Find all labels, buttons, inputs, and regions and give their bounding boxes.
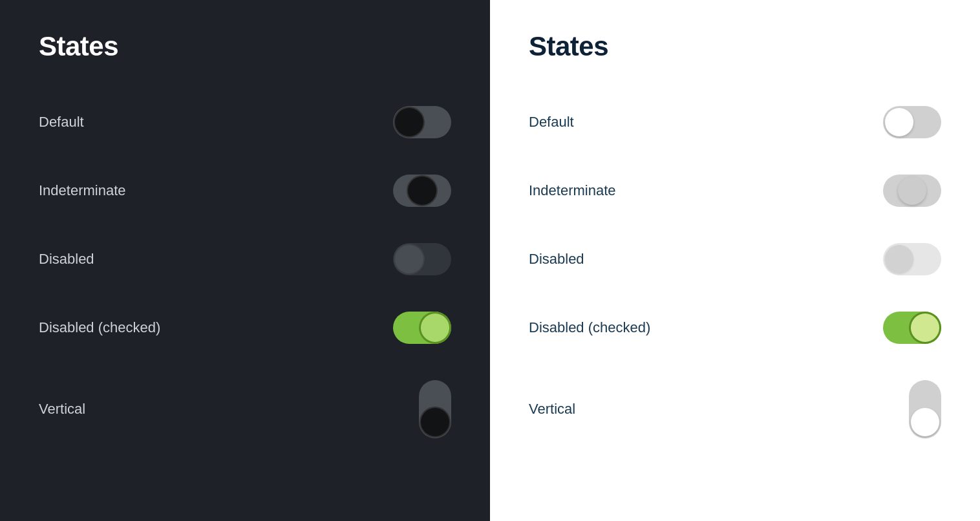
toggle-wrapper-indeterminate-light[interactable] bbox=[883, 175, 941, 207]
state-label-indeterminate-dark: Indeterminate bbox=[39, 182, 126, 199]
state-label-disabled-dark: Disabled bbox=[39, 251, 94, 268]
state-row-disabled-light: Disabled bbox=[529, 225, 941, 293]
toggle-wrapper-default-dark[interactable] bbox=[393, 106, 451, 138]
toggle-knob-disabled-checked-light bbox=[911, 314, 939, 342]
toggle-knob-default-light bbox=[885, 108, 913, 136]
toggle-knob-disabled-checked-dark bbox=[421, 314, 449, 342]
toggle-knob-indeterminate-light bbox=[898, 176, 926, 205]
toggle-knob-indeterminate-dark bbox=[408, 176, 436, 205]
toggle-knob-vertical-light bbox=[911, 408, 939, 436]
state-label-disabled-light: Disabled bbox=[529, 251, 584, 268]
toggle-knob-vertical-dark bbox=[421, 408, 449, 436]
toggle-wrapper-default-light[interactable] bbox=[883, 106, 941, 138]
light-states-list: Default Indeterminate Disabled bbox=[529, 88, 941, 456]
toggle-wrapper-disabled-checked-light bbox=[883, 312, 941, 344]
state-row-vertical-dark: Vertical bbox=[39, 362, 451, 456]
toggle-disabled-checked-dark bbox=[393, 312, 451, 344]
state-row-default-dark: Default bbox=[39, 88, 451, 156]
toggle-indeterminate-dark[interactable] bbox=[393, 175, 451, 207]
toggle-wrapper-indeterminate-dark[interactable] bbox=[393, 175, 451, 207]
toggle-wrapper-disabled-light bbox=[883, 243, 941, 275]
state-row-disabled-checked-dark: Disabled (checked) bbox=[39, 293, 451, 362]
dark-panel: States Default Indeterminate Disabled bbox=[0, 0, 490, 521]
toggle-knob-default-dark bbox=[395, 108, 423, 136]
toggle-knob-disabled-dark bbox=[395, 245, 423, 273]
dark-panel-title: States bbox=[39, 31, 451, 62]
state-row-default-light: Default bbox=[529, 88, 941, 156]
state-label-disabled-checked-dark: Disabled (checked) bbox=[39, 319, 160, 336]
toggle-vertical-light[interactable] bbox=[909, 380, 941, 438]
state-label-disabled-checked-light: Disabled (checked) bbox=[529, 319, 650, 336]
state-row-indeterminate-dark: Indeterminate bbox=[39, 156, 451, 225]
toggle-wrapper-vertical-light[interactable] bbox=[909, 380, 941, 438]
light-panel-title: States bbox=[529, 31, 941, 62]
toggle-vertical-dark[interactable] bbox=[419, 380, 451, 438]
state-label-default-dark: Default bbox=[39, 114, 84, 131]
toggle-wrapper-disabled-dark bbox=[393, 243, 451, 275]
toggle-default-light[interactable] bbox=[883, 106, 941, 138]
state-row-vertical-light: Vertical bbox=[529, 362, 941, 456]
toggle-default-dark[interactable] bbox=[393, 106, 451, 138]
toggle-disabled-dark bbox=[393, 243, 451, 275]
toggle-wrapper-disabled-checked-dark bbox=[393, 312, 451, 344]
state-row-disabled-dark: Disabled bbox=[39, 225, 451, 293]
toggle-disabled-checked-light bbox=[883, 312, 941, 344]
state-label-default-light: Default bbox=[529, 114, 574, 131]
toggle-wrapper-vertical-dark[interactable] bbox=[419, 380, 451, 438]
state-row-disabled-checked-light: Disabled (checked) bbox=[529, 293, 941, 362]
state-label-vertical-light: Vertical bbox=[529, 401, 575, 418]
state-label-vertical-dark: Vertical bbox=[39, 401, 85, 418]
state-label-indeterminate-light: Indeterminate bbox=[529, 182, 616, 199]
toggle-indeterminate-light[interactable] bbox=[883, 175, 941, 207]
dark-states-list: Default Indeterminate Disabled bbox=[39, 88, 451, 456]
toggle-knob-disabled-light bbox=[885, 245, 913, 273]
light-panel: States Default Indeterminate Disabled bbox=[490, 0, 980, 521]
toggle-disabled-light bbox=[883, 243, 941, 275]
state-row-indeterminate-light: Indeterminate bbox=[529, 156, 941, 225]
